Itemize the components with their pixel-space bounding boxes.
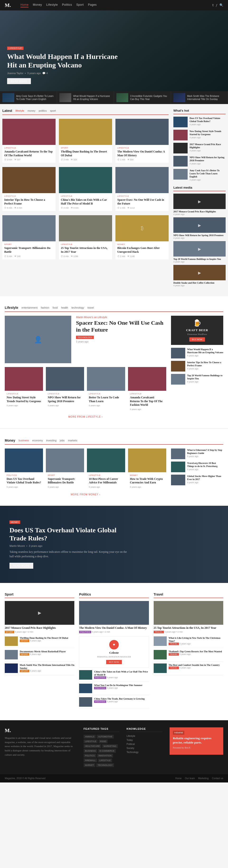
nav-link-home[interactable]: Home <box>21 3 29 7</box>
latest-tab-sport[interactable]: sport <box>50 109 56 112</box>
article-card[interactable]: LIFESTYLE Interior Tips In How To Choose… <box>2 167 56 211</box>
footer-tag[interactable]: MARKET <box>84 763 95 767</box>
travel-list-item[interactable]: What is Like Living in New York In The C… <box>154 637 223 648</box>
article-card[interactable]: LIFESTYLE 10 Best Pieces of Career Advic… <box>87 448 125 490</box>
money-sidebar-item[interactable]: Global Stocks Move Higher Than Ever in 2… <box>171 475 223 485</box>
lifestyle-tab-travel[interactable]: travel <box>88 306 94 309</box>
article-card[interactable]: LIFESTYLE NPO Show Will Return for Sprin… <box>46 367 84 412</box>
ticker-item-3[interactable]: 3 Incredible Futuristic Gadgets You Can … <box>114 91 171 104</box>
article-card[interactable]: SPORT Thrilling Dune Bashing In The Dese… <box>59 119 112 163</box>
footer-tag[interactable]: LIFESTYLE <box>84 740 98 743</box>
footer-knowledge-link[interactable]: Today <box>127 739 162 741</box>
lifestyle-tab-technology[interactable]: technology <box>71 306 84 309</box>
ticker-item-2[interactable]: What Would Happen If a Hurricane Hit an … <box>57 91 114 104</box>
article-card[interactable]: SPORT Supersonic Transport: Billionaires… <box>2 215 56 259</box>
lifestyle-tab-food[interactable]: food <box>53 306 58 309</box>
nav-link-sport[interactable]: Sport <box>76 3 84 7</box>
footer-knowledge-link[interactable]: Technology <box>127 751 162 753</box>
article-card[interactable]: LIFESTYLE Amanda Cavalcanti Returns To t… <box>2 119 56 163</box>
politics-list-item[interactable]: China Takes The Trade, But Germany is Gr… <box>79 697 149 709</box>
craft-beer-buy-button[interactable]: BUY NOW <box>189 337 205 342</box>
article-card[interactable]: LIFESTYLE Amanda Cavalcanti Returns To t… <box>128 367 166 412</box>
sidebar-hot-item[interactable]: Does US Tax Overhaul Violate Global Trad… <box>173 117 226 127</box>
article-card[interactable]: LIFESTYLE Spacer Exec: No One Will Use C… <box>116 167 169 211</box>
money-tab-investing[interactable]: investing <box>46 439 56 442</box>
article-card[interactable]: MONEY How to Trade With Crypto Currencie… <box>128 448 166 490</box>
facebook-icon[interactable]: 𝑓 <box>216 3 217 7</box>
money-tab-business[interactable]: business <box>19 439 29 442</box>
article-card[interactable]: POLITICS Does US Tax Overhaul Violate Gl… <box>5 448 43 490</box>
article-card[interactable]: SPORT Supersonic Transport: Billionaires… <box>46 448 84 490</box>
nav-link-money[interactable]: Money <box>33 3 42 7</box>
article-card[interactable]: LIFESTYLE The Modern View On Daniel Cunh… <box>116 119 169 163</box>
lifestyle-sidebar-item[interactable]: Interior Tips In How To Choose a Perfect… <box>171 361 223 372</box>
footer-tag[interactable]: POLITICS <box>84 754 96 757</box>
lifestyle-tab-fashion[interactable]: fashion <box>41 306 49 309</box>
latest-tab-lifestyle[interactable]: lifestyle <box>15 109 24 112</box>
lifestyle-tab-health[interactable]: health <box>61 306 68 309</box>
politics-list-item[interactable]: What You Can Do In Washington This Summe… <box>79 684 149 695</box>
footer-knowledge-link[interactable]: Political <box>127 743 162 745</box>
travel-main-card[interactable]: 25 Top Tourist Attractions in the USA, I… <box>154 601 223 634</box>
footer-bottom-link-team[interactable]: Our team <box>185 777 195 780</box>
ticker-item-1[interactable]: Amy Cook Says It's Better To Learn To Co… <box>0 91 57 104</box>
article-card[interactable]: LIFESTYLE China's Bio Takes on Enis With… <box>59 167 112 211</box>
article-card[interactable]: LIFESTYLE Better To Learn To Code Than L… <box>87 367 125 412</box>
travel-list-item[interactable]: The Best and Comfort Seaside Inn in The … <box>154 663 223 675</box>
politics-list-item[interactable]: China's Bio Takes on Enis With a Car Hal… <box>79 670 149 682</box>
footer-tag[interactable]: ANIMALS <box>84 735 96 739</box>
travel-list-item[interactable]: Thailand's Top Green Resorts Are The Mos… <box>154 650 223 661</box>
sidebar-hot-item[interactable]: Amy Cook Says It's Better To Learn To Co… <box>173 169 226 181</box>
search-icon[interactable]: 🔍 <box>220 3 223 7</box>
sidebar-media-item[interactable]: ▶ NPO Show Will Return for Spring 2018 P… <box>173 217 226 239</box>
hero-read-more-button[interactable]: READ MORE <box>7 78 31 84</box>
article-card[interactable]: ₿ MONEY Bitcoin Exchanges Goes Bust Afte… <box>116 215 169 259</box>
lifestyle-sidebar-item[interactable]: What Would Happen If a Hurricane Hit an … <box>171 348 223 359</box>
sidebar-media-item[interactable]: ▶ 2017 Monaco Grand Prix Race Highlights… <box>173 194 226 215</box>
footer-tag[interactable]: E-COMMERCE <box>98 749 116 753</box>
nav-logo[interactable]: M. <box>5 2 11 8</box>
sport-list-item[interactable]: Mark Smith Was The Brisbane Internationa… <box>5 663 74 675</box>
money-tab-economy[interactable]: economy <box>32 439 43 442</box>
politics-main-card[interactable]: The Modern View On Daniel Cunha: A Man O… <box>79 601 149 634</box>
sport-main-card[interactable]: ▶ 2017 Monaco Grand Prix Race Highlights… <box>5 601 74 634</box>
footer-bottom-link-contact[interactable]: Contact us <box>212 777 223 780</box>
footer-tag[interactable]: LIFESTYLE <box>98 758 112 762</box>
footer-bottom-link-marketing[interactable]: Marketing <box>198 777 208 780</box>
footer-knowledge-link[interactable]: Lifestyle <box>127 735 162 737</box>
latest-tab-money[interactable]: money <box>28 109 35 112</box>
ticker-item-4[interactable]: Mark Smith Was The Brisbane Internationa… <box>171 91 228 104</box>
footer-tag[interactable]: AUTOMOTIVE <box>97 735 113 739</box>
more-money-link[interactable]: MORE FROM MONEY › <box>71 493 100 496</box>
footer-bottom-link-home[interactable]: Home <box>175 777 182 780</box>
featured-read-more-button[interactable]: READ MORE <box>9 563 33 569</box>
money-tab-jobs[interactable]: jobs <box>60 439 65 442</box>
footer-tag[interactable]: MARKETING <box>102 744 118 748</box>
footer-tag[interactable]: FOOD <box>99 740 107 743</box>
sidebar-hot-item[interactable]: NPO Show Will Return for Spring 2018 Pre… <box>173 156 226 166</box>
article-card[interactable]: LIFESTYLE 25 Top Tourist Attractions in … <box>59 215 112 259</box>
nav-link-lifestyle[interactable]: Lifestyle <box>46 3 58 7</box>
twitter-icon[interactable]: 𝕥 <box>212 3 214 7</box>
sidebar-media-item[interactable]: ▶ Double Snake and Hot Coffee Collection… <box>173 265 226 287</box>
nav-link-politics[interactable]: Politics <box>62 3 72 7</box>
footer-knowledge-link[interactable]: Society <box>127 747 162 749</box>
money-sidebar-item[interactable]: What is Ethereum? A Step by Step Beginne… <box>171 448 223 459</box>
footer-tag[interactable]: BUSINESS <box>84 749 97 753</box>
latest-tab-politics[interactable]: politics <box>39 109 47 112</box>
lifestyle-tab-entertainment[interactable]: entertainment <box>22 306 37 309</box>
footer-tag[interactable]: HEALTH/CARE <box>84 744 101 748</box>
money-tab-markets[interactable]: markets <box>68 439 77 442</box>
sidebar-hot-item[interactable]: New Dating Street Style Trends Started b… <box>173 130 226 141</box>
sidebar-hot-item[interactable]: 2017 Monaco Grand Prix Race Highlights 4… <box>173 143 226 153</box>
article-card[interactable]: LIFESTYLE New Dating Street Style Trends… <box>5 367 43 412</box>
sidebar-media-item[interactable]: ▶ Top 20 World Famous Buildings to Inspi… <box>173 241 226 263</box>
celeste-buy-btn[interactable]: BUY NOW <box>106 660 122 664</box>
footer-tag[interactable]: INNOVATION <box>97 754 113 757</box>
more-lifestyle-link[interactable]: MORE FROM LIFESTYLE › <box>68 415 103 418</box>
money-sidebar-item[interactable]: Travel.org Discovers 10 Best Things to d… <box>171 462 223 472</box>
sport-list-item[interactable]: Documentary Movie About Basketball Playe… <box>5 650 74 661</box>
footer-tag[interactable]: FIREWALL <box>84 758 97 762</box>
footer-tag[interactable]: TECHNOLOGY <box>96 763 114 767</box>
footer-logo[interactable]: M. <box>5 727 76 734</box>
